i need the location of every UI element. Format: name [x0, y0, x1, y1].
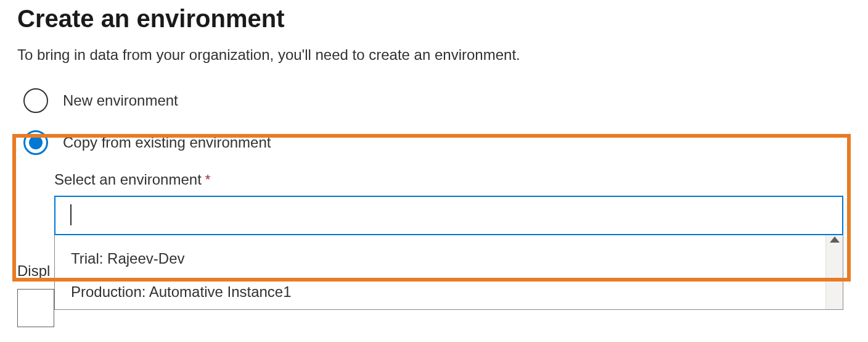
- radio-inner-dot-icon: [29, 136, 43, 149]
- radio-checked-icon[interactable]: [23, 130, 48, 155]
- environment-option-production[interactable]: Production: Automative Instance1: [55, 276, 843, 309]
- page-title: Create an environment: [0, 0, 868, 33]
- new-environment-label: New environment: [63, 92, 178, 109]
- radio-unchecked-icon[interactable]: [23, 88, 48, 113]
- select-environment-label: Select an environment: [54, 171, 202, 188]
- scroll-up-arrow-icon[interactable]: [830, 236, 840, 243]
- copy-environment-option[interactable]: Copy from existing environment: [23, 130, 851, 155]
- display-name-input-partial[interactable]: [17, 289, 54, 327]
- select-environment-combobox-wrap: Trial: Rajeev-Dev Production: Automative…: [54, 196, 843, 310]
- required-star-icon: *: [205, 172, 211, 188]
- select-environment-label-row: Select an environment *: [54, 171, 851, 188]
- environment-option-trial[interactable]: Trial: Rajeev-Dev: [55, 235, 843, 276]
- dropdown-scrollbar[interactable]: [825, 235, 843, 309]
- environment-type-radio-group: New environment Copy from existing envir…: [0, 64, 868, 310]
- environment-dropdown-list: Trial: Rajeev-Dev Production: Automative…: [54, 235, 843, 310]
- display-name-label-partial: Displ: [17, 262, 50, 280]
- select-environment-input[interactable]: [54, 196, 843, 235]
- copy-environment-label: Copy from existing environment: [63, 134, 271, 151]
- page-subtitle: To bring in data from your organization,…: [0, 33, 868, 64]
- select-environment-block: Select an environment * Trial: Rajeev-De…: [54, 171, 851, 310]
- new-environment-option[interactable]: New environment: [23, 88, 851, 113]
- text-cursor-icon: [70, 204, 72, 225]
